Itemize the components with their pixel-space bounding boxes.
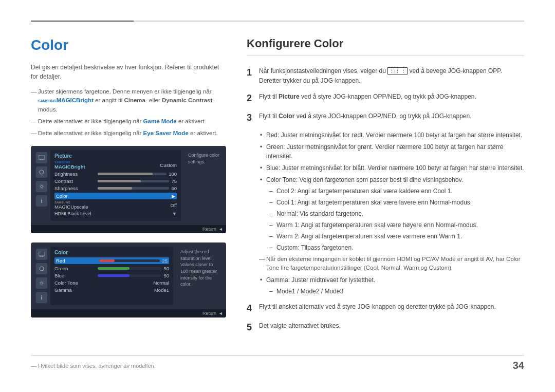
mockup-row-green: Green 50 [54,266,169,271]
mockup-row-upscale: SAMSUNG MAGICUpscale Off [54,201,177,210]
page-number: 34 [513,360,524,371]
svg-point-12 [41,282,43,284]
step-2: 2 Flytt til Picture ved å styre JOG-knap… [247,92,524,105]
mockup-menu-title-2: Color [54,250,169,255]
sub-warm1: Warm 1: Angi at fargetemperaturen skal v… [266,220,524,230]
svg-point-13 [40,281,44,285]
svg-point-11 [40,267,44,271]
red-bar [99,259,160,262]
mockup-icon-gear-2 [36,277,47,289]
mockup-row-sharpness: Sharpness 60 [54,185,177,191]
mockup-icon-monitor [36,152,47,163]
page-container: Color Det gis en detaljert beskrivelse a… [0,0,555,392]
mockup-sidebar-2: i [35,247,50,305]
mockup-row-contrast: Contrast 75 [54,178,177,184]
mockup-adjust-note: Adjust the red saturation level. Values … [180,247,223,290]
step-5: 5 Det valgte alternativet brukes. [247,321,524,334]
mockup-content-1: Picture SAMSUNG MAGICBright Custom [50,150,181,221]
footer-note: — Hvilket bilde som vises, avhenger av m… [31,363,156,369]
svg-point-5 [41,185,43,188]
intro-text: Det gis en detaljert beskrivelse av hver… [31,63,226,81]
mockup-icon-monitor-2 [36,249,47,260]
mockup-row-gamma: Gamma Mode1 [54,287,169,293]
bottom-rule [31,355,524,356]
right-column: Konfigurere Color 1 Når funksjonstastvei… [247,37,524,345]
mockup-row-blue: Blue 50 [54,273,169,278]
mockup-row-hdmi: HDMI Black Level ▼ [54,211,177,216]
bullet-blue: Blue: Juster metningsnivået for blått. V… [259,163,524,173]
mockup-row-color: Color ▶ [54,193,177,199]
mockup-menu-title-1: Picture [54,153,177,159]
note-game-mode: Dette alternativet er ikke tilgjengelig … [31,117,226,126]
left-column: Color Det gis en detaljert beskrivelse a… [31,37,226,345]
brightness-bar [98,173,166,175]
sub-normal: Normal: Vis standard fargetone. [266,209,524,218]
mockup-row-brand: SAMSUNG MAGICBright Custom [54,161,177,170]
svg-point-4 [40,170,44,174]
mockup-sidebar-1: i [35,150,50,221]
svg-rect-7 [39,252,45,256]
svg-point-6 [40,184,44,189]
footer-area: — Hvilket bilde som vises, avhenger av m… [31,360,524,371]
mockup-icon-circle [36,166,47,178]
mockup-picture: i Picture SAMSUNG MAGICBright [31,146,226,233]
mockup-icon-circle-2 [36,263,47,274]
right-title: Konfigurere Color [247,37,524,56]
sharpness-bar [98,187,169,190]
note-magic-bright: Juster skjermens fargetone. Denne menyen… [31,87,226,114]
sub-cool2: Cool 2: Angi at fargetemperaturen skal v… [266,186,524,196]
note-eye-saver: Dette alternativet er ikke tilgjengelig … [31,129,226,138]
mockup-content-2: Color Red 25 Green 50 [50,247,173,305]
mockup-row-red: Red 25 [54,257,169,264]
sub-warm2: Warm 2: Angi at fargetemperaturen skal v… [266,232,524,241]
mockup-row-colortone: Color Tone Normal [54,280,169,286]
mockup-row-brightness: Brightness 100 [54,171,177,177]
return-label-1: Return [202,227,216,232]
step-3: 3 Flytt til Color ved å styre JOG-knappe… [247,111,524,124]
mockup-footer-1: Return ◄ [31,225,226,233]
content-area: Color Det gis en detaljert beskrivelse a… [31,37,524,345]
mockup-icon-info: i [36,195,47,207]
top-rule [31,21,524,22]
mockup-color: i Color Red 25 [31,242,226,318]
bullet-gamma: Gamma: Juster midtnivaet for lystetthet.… [259,275,524,296]
custom-value: Custom [160,162,177,168]
sub-modes: Mode1 / Mode2 / Mode3 [266,287,524,296]
contrast-bar [98,180,169,182]
step-4: 4 Flytt til ønsket alternativ ved å styr… [247,302,524,315]
sub-cool1: Cool 1: Angi at fargetemperaturen skal v… [266,198,524,207]
mockup-footer-2: Return ◄ [31,309,226,318]
mockup-configure-note: Configure color settings. [188,150,223,167]
bullet-colortone: Color Tone: Velg den fargetonen som pass… [259,175,524,252]
mockup-icon-gear [36,181,47,192]
section-title: Color [31,37,226,53]
mockup-icon-info-2: i [36,292,47,303]
blue-bar [98,274,161,277]
svg-rect-0 [39,155,45,159]
step-1: 1 Når funksjonstastveiledningen vises, v… [247,66,524,86]
note-hdmi: Når den eksterne inngangen er koblet til… [259,255,524,273]
bullet-section: Red: Juster metningsnivået for rødt. Ver… [259,130,524,296]
return-label-2: Return [202,311,216,316]
green-bar [98,267,161,270]
sub-custom: Custom: Tilpass fargetonen. [266,243,524,252]
bullet-red: Red: Juster metningsnivået for rødt. Ver… [259,130,524,140]
bullet-green: Green: Juster metningsnivået for grønt. … [259,142,524,161]
